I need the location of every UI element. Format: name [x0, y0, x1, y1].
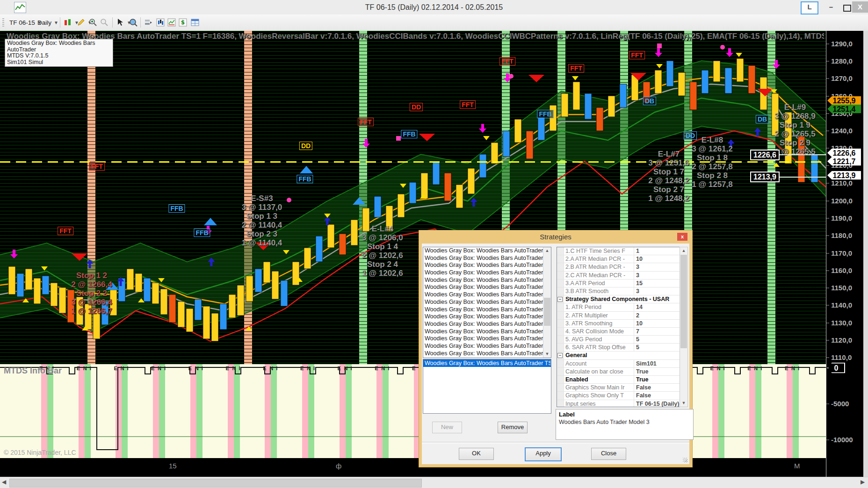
scroll-up-icon[interactable]: ▲ [680, 247, 687, 254]
property-value[interactable]: 5 [634, 336, 680, 343]
strategy-list-item[interactable]: Woodies Gray Box: Woodies Bars AutoTrade… [423, 343, 551, 350]
strategy-list-item[interactable]: Woodies Gray Box: Woodies Bars AutoTrade… [423, 328, 551, 336]
candlestick-chart-button[interactable] [156, 17, 165, 28]
property-row[interactable]: 6. SAR ATR Stop Offse5 [557, 344, 680, 352]
property-value[interactable]: True [634, 368, 680, 375]
strategy-list-item[interactable]: Woodies Gray Box: Woodies Bars AutoTrade… [423, 262, 551, 269]
scroll-down-icon[interactable]: ▼ [680, 400, 687, 407]
minimize-button[interactable]: – [824, 1, 838, 13]
link-button[interactable]: L [801, 1, 818, 14]
strategy-list-item[interactable]: Woodies Gray Box: Woodies Bars AutoTrade… [423, 284, 551, 291]
property-row[interactable]: 2. ATR Multiplier2 [557, 312, 680, 320]
maximize-button[interactable] [843, 5, 851, 12]
property-row[interactable]: −General [557, 352, 680, 359]
property-row[interactable]: 2.B ATR Median PCR -3 [557, 263, 680, 271]
zoom-in-button[interactable] [89, 17, 97, 28]
property-value[interactable]: 3 [634, 287, 680, 295]
property-row[interactable]: Graphics Show Only TFalse [557, 392, 680, 400]
scroll-down-icon[interactable]: ▼ [543, 351, 551, 358]
scrollbar-thumb[interactable] [9, 479, 422, 488]
property-value[interactable]: 7 [634, 328, 680, 335]
property-value[interactable]: 15 [634, 280, 680, 287]
strategy-list-item[interactable]: Woodies Gray Box: Woodies Bars AutoTrade… [423, 269, 551, 277]
strategy-list[interactable]: Woodies Gray Box: Woodies Bars AutoTrade… [423, 247, 551, 358]
property-row[interactable]: 2.C ATR Median PCR -3 [557, 272, 680, 280]
property-value[interactable]: False [634, 384, 680, 391]
property-row[interactable]: 3.A ATR Period15 [557, 280, 680, 287]
zoom-out-button[interactable] [100, 17, 108, 28]
data-grid-button[interactable] [191, 17, 199, 28]
strategy-list-item[interactable]: Woodies Gray Box: Woodies Bars AutoTrade… [423, 247, 551, 255]
configured-strategy-list[interactable]: Woodies Gray Box: Woodies Bars AutoTrade… [423, 359, 551, 414]
property-value[interactable]: True [634, 376, 680, 383]
property-row[interactable]: Graphics Show Main IrFalse [557, 384, 680, 392]
toolbar-grip[interactable] [2, 18, 4, 27]
scrollbar-thumb[interactable] [544, 298, 550, 326]
strategy-list-item[interactable]: Woodies Gray Box: Woodies Bars AutoTrade… [423, 277, 551, 284]
strategy-list-item[interactable]: Woodies Gray Box: Woodies Bars AutoTrade… [423, 299, 551, 306]
property-row[interactable]: AccountSim101 [557, 360, 680, 368]
new-button[interactable]: New [432, 422, 462, 433]
dialog-close-icon[interactable]: x [677, 233, 687, 241]
apply-button[interactable]: Apply [525, 447, 562, 461]
property-grid-scrollbar[interactable]: ▲ ▼ [680, 247, 688, 407]
strategy-list-item[interactable]: Woodies Gray Box: Woodies Bars AutoTrade… [423, 313, 551, 321]
resize-grip[interactable] [683, 458, 687, 462]
scroll-up-icon[interactable]: ▲ [543, 247, 551, 254]
account-data-button[interactable]: $ [179, 17, 187, 28]
property-value[interactable]: 3 [634, 263, 680, 271]
property-value[interactable]: 10 [634, 320, 680, 327]
property-row[interactable]: EnabledTrue [557, 376, 680, 384]
property-row[interactable]: Calculate on bar closeTrue [557, 368, 680, 376]
property-row[interactable]: 3. ATR Smoothing10 [557, 320, 680, 328]
remove-button[interactable]: Remove [498, 422, 528, 433]
strategy-list-item[interactable]: Woodies Gray Box: Woodies Bars AutoTrade… [423, 291, 551, 299]
property-value[interactable]: 3 [634, 272, 680, 279]
scroll-left-icon[interactable]: ◀ [2, 479, 6, 485]
property-name: 3. ATR Smoothing [564, 320, 634, 327]
property-row[interactable]: Input seriesTF 06-15 (Daily) [557, 400, 680, 407]
list-scrollbar[interactable]: ▲ ▼ [543, 247, 551, 358]
property-row[interactable]: 5. AVG Period5 [557, 336, 680, 344]
bar-flag-letter: I [202, 366, 203, 371]
collapse-icon[interactable]: − [557, 297, 563, 302]
close-button[interactable]: Close [591, 448, 626, 460]
crosshair-button[interactable] [129, 17, 137, 28]
property-value[interactable]: 1 [634, 247, 680, 255]
property-grid[interactable]: 1.C HTF Time Series F12.A ATR Median PCR… [557, 247, 680, 407]
selected-strategy-item[interactable]: Woodies Gray Box: Woodies Bars AutoTrade… [423, 359, 551, 367]
property-row[interactable]: 3.B ATR Smooth3 [557, 287, 680, 295]
strategy-list-item[interactable]: Woodies Gray Box: Woodies Bars AutoTrade… [423, 350, 551, 358]
price-axis[interactable]: 1290,01280,01270,01260,01250,01240,01230… [826, 31, 864, 477]
collapse-icon[interactable]: − [557, 353, 563, 358]
property-value[interactable]: 5 [634, 344, 680, 351]
period-selector[interactable]: Daily ▼ [37, 17, 58, 28]
horizontal-scrollbar[interactable]: ◀ ▶ [0, 477, 868, 488]
strategy-list-item[interactable]: Woodies Gray Box: Woodies Bars AutoTrade… [423, 335, 551, 343]
mtds-info-bar-panel[interactable]: ENIENIENIENIENIENIENIENIENIENIENIENIENIE… [0, 364, 826, 458]
property-value[interactable]: False [634, 392, 680, 399]
property-row[interactable]: 1. ATR Period14 [557, 303, 680, 311]
strategy-list-item[interactable]: Woodies Gray Box: Woodies Bars AutoTrade… [423, 255, 551, 262]
line-chart-button[interactable] [167, 17, 176, 28]
strategy-list-item[interactable]: Woodies Gray Box: Woodies Bars AutoTrade… [423, 321, 551, 328]
strategy-list-item[interactable]: Woodies Gray Box: Woodies Bars AutoTrade… [423, 306, 551, 314]
property-value[interactable]: TF 06-15 (Daily) [634, 400, 680, 407]
scrollbar-thumb[interactable] [680, 255, 687, 348]
ok-button[interactable]: OK [459, 448, 494, 460]
panels-button[interactable] [144, 17, 152, 28]
time-axis[interactable]: 15фM [0, 458, 826, 477]
close-window-button[interactable]: X [852, 1, 868, 13]
property-value[interactable]: Sim101 [634, 360, 680, 367]
scroll-right-icon[interactable]: ▶ [861, 479, 865, 485]
property-value[interactable]: 10 [634, 255, 680, 263]
property-row[interactable]: 1.C HTF Time Series F1 [557, 247, 680, 255]
price-chart-panel[interactable]: E-S#33 @ 1137,0Stop 1 32 @ 1140,4Stop 2 … [0, 31, 826, 364]
property-value[interactable]: 2 [634, 312, 680, 319]
property-row[interactable]: 2.A ATR Median PCR -10 [557, 255, 680, 263]
property-value[interactable]: 14 [634, 303, 680, 311]
property-row[interactable]: 4. SAR Collision Mode7 [557, 328, 680, 336]
bar-flag-letter: E [188, 366, 192, 371]
property-row[interactable]: −Strategy Shared Components - USAR [557, 295, 680, 303]
axis-zero-tag: 0 [827, 363, 845, 373]
